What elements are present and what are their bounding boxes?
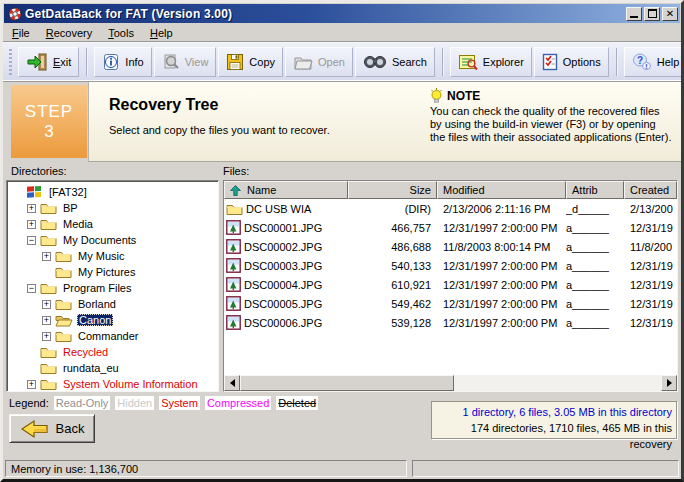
file-row-dc-usb-wia[interactable]: DC USB WIA(DIR)2/13/2006 2:11:16 PM_d___… — [224, 199, 677, 218]
menu-item-recovery[interactable]: Recovery — [38, 25, 100, 41]
tree-item-bp[interactable]: +BP — [9, 200, 218, 216]
scrollbar-track[interactable] — [454, 375, 661, 391]
tree-item-system-volume-information[interactable]: +System Volume Information — [9, 376, 218, 392]
close-button[interactable]: ✕ — [662, 7, 678, 21]
tree-item-my-music[interactable]: +My Music — [9, 248, 218, 264]
tree-item-my-documents[interactable]: −My Documents — [9, 232, 218, 248]
column-header-created[interactable]: Created — [624, 181, 677, 199]
view-button[interactable]: View — [154, 47, 217, 77]
tree-item-label: rundata_eu — [61, 362, 121, 374]
tree-item-media[interactable]: +Media — [9, 216, 218, 232]
file-row-dsc00003-jpg[interactable]: DSC00003.JPG540,13312/31/1997 2:00:00 PM… — [224, 256, 677, 275]
info-button[interactable]: Info — [94, 47, 151, 77]
toolbar-grip-handle[interactable] — [9, 49, 12, 75]
scroll-right-button[interactable] — [661, 375, 677, 391]
file-row-dsc00001-jpg[interactable]: DSC00001.JPG466,75712/31/1997 2:00:00 PM… — [224, 218, 677, 237]
expand-plus-toggle[interactable]: + — [42, 332, 51, 341]
file-name-cell: DSC00002.JPG — [224, 239, 348, 254]
menu-item-help[interactable]: Help — [142, 25, 181, 41]
tree-item-rundata-eu[interactable]: rundata_eu — [9, 360, 218, 376]
legend-item-read-only: Read-Only — [54, 396, 111, 410]
tree-item-program-files[interactable]: −Program Files — [9, 280, 218, 296]
file-created-cell: 11/8/200 — [624, 241, 677, 253]
column-header-size[interactable]: Size — [348, 181, 437, 199]
file-modified-cell: 12/31/1997 2:00:00 PM — [437, 317, 566, 329]
copy-button[interactable]: Copy — [218, 47, 283, 77]
toolbar-separator — [616, 48, 617, 76]
file-name-cell: DSC00001.JPG — [224, 220, 348, 235]
files-label: Files: — [223, 165, 249, 177]
directory-summary: 1 directory, 6 files, 3.05 MB in this di… — [431, 401, 677, 439]
menu-item-file[interactable]: File — [4, 25, 38, 41]
file-row-dsc00006-jpg[interactable]: DSC00006.JPG539,12812/31/1997 2:00:00 PM… — [224, 313, 677, 332]
panel-labels: Directories: Files: — [3, 162, 681, 180]
column-header-name[interactable]: Name — [224, 181, 348, 199]
tree-item-label: System Volume Information — [61, 378, 200, 390]
toolbar-separator — [86, 48, 87, 76]
folder-icon — [40, 217, 57, 231]
file-name-text: DSC00001.JPG — [244, 222, 322, 234]
file-created-cell: 12/31/19 — [624, 298, 677, 310]
tree-item-canon[interactable]: +Canon — [9, 312, 218, 328]
back-arrow-icon — [20, 419, 50, 439]
file-row-dsc00002-jpg[interactable]: DSC00002.JPG486,68811/8/2003 8:00:14 PMa… — [224, 237, 677, 256]
options-label: Options — [563, 56, 601, 68]
expand-plus-toggle[interactable]: + — [42, 300, 51, 309]
search-button[interactable]: Search — [355, 47, 435, 77]
open-button[interactable]: Open — [285, 47, 353, 77]
file-row-dsc00004-jpg[interactable]: DSC00004.JPG610,92112/31/1997 2:00:00 PM… — [224, 275, 677, 294]
column-header-modified[interactable]: Modified — [437, 181, 566, 199]
column-label-modified: Modified — [443, 184, 485, 196]
options-button[interactable]: Options — [534, 47, 609, 77]
file-name-cell: DSC00003.JPG — [224, 258, 348, 273]
menu-item-tools[interactable]: Tools — [100, 25, 142, 41]
tree-item-my-pictures[interactable]: My Pictures — [9, 264, 218, 280]
toolbar-separator — [442, 48, 443, 76]
note-text: You can check the quality of the recover… — [430, 105, 673, 144]
note-box: NOTE You can check the quality of the re… — [430, 88, 673, 144]
expand-plus-toggle[interactable]: + — [42, 316, 51, 325]
help-label: Help — [657, 56, 680, 68]
file-created-cell: 12/31/19 — [624, 317, 677, 329]
explorer-button[interactable]: Explorer — [450, 47, 532, 77]
file-row-dsc00005-jpg[interactable]: DSC00005.JPG549,46212/31/1997 2:00:00 PM… — [224, 294, 677, 313]
tree-item-recycled[interactable]: Recycled — [9, 344, 218, 360]
help-button[interactable]: ? ! Help — [624, 47, 684, 77]
file-attrib-cell: a______ — [566, 279, 624, 291]
collapse-minus-toggle[interactable]: − — [27, 236, 36, 245]
legend-item-system: System — [159, 396, 200, 410]
info-label: Info — [125, 56, 143, 68]
file-modified-cell: 12/31/1997 2:00:00 PM — [437, 298, 566, 310]
maximize-button[interactable] — [644, 7, 660, 21]
expand-plus-toggle[interactable]: + — [42, 252, 51, 261]
file-modified-cell: 2/13/2006 2:11:16 PM — [437, 203, 566, 215]
file-attrib-cell: a______ — [566, 241, 624, 253]
windows-logo-icon — [25, 185, 43, 199]
horizontal-scrollbar[interactable] — [224, 375, 677, 391]
step-banner: Recovery Tree Select and copy the files … — [3, 82, 681, 162]
file-size-cell: 539,128 — [348, 317, 437, 329]
open-folder-icon — [293, 53, 313, 71]
file-name-cell: DSC00006.JPG — [224, 315, 348, 330]
expand-plus-toggle[interactable]: + — [27, 380, 36, 389]
expand-plus-toggle[interactable]: + — [27, 204, 36, 213]
tree-item-borland[interactable]: +Borland — [9, 296, 218, 312]
collapse-minus-toggle[interactable]: − — [27, 284, 36, 293]
legend-item-compressed: Compressed — [205, 396, 271, 410]
exit-button[interactable]: Exit — [18, 47, 79, 77]
minimize-button[interactable] — [626, 7, 642, 21]
tree-item--fat32-[interactable]: [FAT32] — [9, 184, 218, 200]
folder-icon — [40, 361, 57, 375]
file-name-text: DSC00004.JPG — [244, 279, 322, 291]
expand-plus-toggle[interactable]: + — [27, 220, 36, 229]
column-header-attrib[interactable]: Attrib — [566, 181, 624, 199]
back-button[interactable]: Back — [9, 414, 95, 443]
tree-item-commander[interactable]: +Commander — [9, 328, 218, 344]
legend-label: Legend: — [9, 397, 49, 409]
search-binoculars-icon — [363, 54, 387, 70]
file-name-text: DSC00003.JPG — [244, 260, 322, 272]
scrollbar-thumb[interactable] — [240, 375, 454, 391]
tree-item-label: Borland — [76, 298, 118, 310]
image-file-icon — [226, 296, 241, 311]
scroll-left-button[interactable] — [224, 375, 240, 391]
